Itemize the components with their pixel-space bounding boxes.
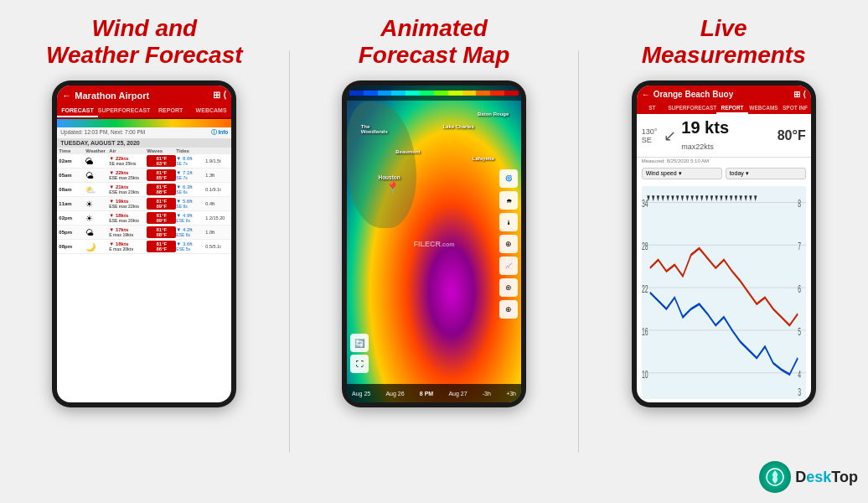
map-layers-btn[interactable]: ⊛ [499, 278, 518, 297]
row-weather-icon: ☀ [85, 200, 109, 209]
wind-speed-selector[interactable]: Wind speed ▾ [642, 168, 722, 179]
svg-text:28: 28 [642, 240, 648, 252]
col3-title: LiveMeasurements [642, 15, 806, 69]
phone1-back-icon[interactable]: ← [62, 91, 71, 101]
map-date-3: Aug 27 [448, 391, 467, 397]
chart-area: ▼▼▼▼▼▼▼▼▼▼▼▼▼▼▼▼▼▼▼▼▼▼▼ 34 28 22 16 10 8 [637, 183, 811, 402]
phone-1: ← Marathon Airport ⊞ ⟨ FORECAST SUPERFOR… [52, 80, 236, 407]
svg-text:8: 8 [798, 197, 801, 210]
row-temp: 81°F88°F [147, 226, 176, 238]
row-waves: ▼ 4.9ftESE 6s [176, 213, 205, 223]
phone-2-screen: TheWoodlands Beaumont Lake Charles Baton… [347, 86, 521, 402]
phone-3: ← Orange Beach Buoy ⊞ ⟨ ST SUPERFORECAST… [632, 80, 816, 407]
table-row: 02pm ☀ ▼ 18ktsESE max 20kts 81°F89°F ▼ 4… [57, 211, 231, 226]
date-selector[interactable]: today ▾ [726, 168, 806, 179]
row-wind: ▼ 22ktsSE max 25kts [109, 156, 147, 166]
map-location-btn[interactable]: ⊕ [499, 235, 518, 253]
row-tides: 1.2/15.20 [205, 215, 229, 220]
row-wind: ▼ 18ktsESE max 20kts [109, 213, 147, 223]
wind-chart-svg: ▼▼▼▼▼▼▼▼▼▼▼▼▼▼▼▼▼▼▼▼▼▼▼ 34 28 22 16 10 8 [642, 186, 806, 399]
tab-superforecast[interactable]: SUPERFORECAST [98, 105, 151, 117]
map-time-label: 8 PM [420, 391, 433, 397]
tab3-spotinf[interactable]: SPOT INF [779, 103, 810, 114]
update-text: Updated: 12:03 PM, Next: 7:00 PM [60, 129, 145, 137]
col1-title: Wind andWeather Forecast [46, 15, 242, 69]
wind-direction-arrow: ↙ [664, 127, 676, 145]
date-header: TUESDAY, AUGUST 25, 2020 [57, 138, 231, 148]
map-time-plus[interactable]: +3h [506, 391, 516, 397]
row-tides: 0.5/5.1t [205, 244, 229, 249]
tab3-webcams[interactable]: WEBCAMS [748, 103, 779, 114]
land-area [347, 101, 416, 228]
svg-text:7: 7 [798, 240, 801, 252]
refresh-icon[interactable]: 🔄 [350, 334, 369, 352]
desktop-logo-icon [759, 461, 791, 493]
tab3-report[interactable]: REPORT [716, 103, 747, 114]
row-time: 05pm [59, 230, 85, 235]
map-wind-btn[interactable]: 🌀 [499, 169, 518, 188]
table-row: 11am ☀ ▼ 19ktsESE max 22kts 81°F89°F ▼ 5… [57, 197, 231, 211]
row-tides: 1.3ft [205, 173, 229, 178]
map-side-controls: 🌀 🌧 🌡 ⊕ 📈 ⊛ ⊕ [499, 169, 518, 319]
phone1-header: ← Marathon Airport ⊞ ⟨ [57, 86, 231, 105]
row-weather-icon: 🌤 [85, 228, 109, 237]
row-temp: 81°F83°F [147, 155, 176, 167]
row-wind: ▼ 21ktsESE max 23kts [109, 184, 147, 194]
row-time: 11am [59, 201, 85, 206]
col-time: Time [59, 148, 85, 153]
svg-text:5: 5 [798, 325, 801, 338]
hurricane-map: TheWoodlands Beaumont Lake Charles Baton… [347, 86, 521, 402]
tab3-st[interactable]: ST [637, 103, 668, 114]
city-label: Lafayette [473, 156, 494, 161]
wind-speed-sub: max22kts [681, 143, 714, 151]
phone3-back-icon[interactable]: ← [642, 90, 650, 99]
desktop-logo: DeskTop [759, 461, 858, 493]
map-rain-btn[interactable]: 🌧 [499, 191, 518, 210]
logo-svg [766, 468, 784, 486]
row-wind: ▼ 19ktsESE max 22kts [109, 199, 147, 209]
column-2: AnimatedForecast Map [290, 0, 579, 503]
col-tides: Tides [176, 148, 205, 153]
row-temp: 81°F85°F [147, 169, 176, 181]
desktop-logo-text: DeskTop [795, 469, 858, 486]
svg-text:16: 16 [642, 325, 648, 338]
svg-text:▼▼▼▼▼▼▼▼▼▼▼▼▼▼▼▼▼▼▼▼▼▼▼: ▼▼▼▼▼▼▼▼▼▼▼▼▼▼▼▼▼▼▼▼▼▼▼ [646, 193, 758, 204]
tab3-superforecast[interactable]: SUPERFORECAST [668, 103, 716, 114]
wind-speed-value: 19 kts [681, 118, 729, 137]
info-badge[interactable]: ⓘ Info [211, 129, 229, 137]
row-weather-icon: ⛅ [85, 185, 109, 194]
row-temp: 81°F89°F [147, 198, 176, 210]
row-waves: ▼ 4.2ftESE 6s [176, 227, 205, 237]
table-row: 05am 🌤 ▼ 22ktsESE max 25kts 81°F85°F ▼ 7… [57, 169, 231, 183]
col2-title: AnimatedForecast Map [359, 15, 510, 69]
tab-webcams[interactable]: WEBCAMS [191, 105, 231, 117]
row-time: 02am [59, 158, 85, 163]
map-date-1: Aug 25 [352, 391, 370, 397]
main-container: Wind andWeather Forecast ← Marathon Airp… [0, 0, 868, 503]
map-chart-btn[interactable]: 📈 [499, 257, 518, 275]
wind-color-bar [57, 119, 231, 127]
row-weather-icon: 🌥 [85, 157, 109, 166]
tab-forecast[interactable]: FORECAST [57, 105, 97, 117]
map-temp-btn[interactable]: 🌡 [499, 213, 518, 231]
map-target-btn[interactable]: ⊕ [499, 300, 518, 319]
svg-text:34: 34 [642, 197, 648, 210]
tab-report[interactable]: REPORT [150, 105, 190, 117]
row-waves: ▼ 8.0ftSE 7s [176, 156, 205, 166]
row-waves: ▼ 7.1ftSE 7s [176, 170, 205, 180]
map-time-minus[interactable]: -3h [483, 391, 491, 397]
fullscreen-icon[interactable]: ⛶ [350, 355, 369, 373]
phone3-header: ← Orange Beach Buoy ⊞ ⟨ [637, 86, 811, 103]
row-temp: 81°F89°F [147, 212, 176, 224]
chart-selectors: Wind speed ▾ today ▾ [637, 164, 811, 183]
table-row: 02am 🌥 ▼ 22ktsSE max 25kts 81°F83°F ▼ 8.… [57, 154, 231, 169]
col-weather: Weather [85, 148, 109, 153]
row-time: 08pm [59, 244, 85, 249]
logo-d: D [795, 469, 806, 485]
phone3-header-icons: ⊞ ⟨ [793, 90, 806, 99]
map-bottom-bar: Aug 25 Aug 26 8 PM Aug 27 -3h +3h [347, 384, 521, 402]
phone1-title: Marathon Airport [75, 91, 209, 101]
location-pin-icon: 📍 [385, 181, 400, 194]
phone3-title: Orange Beach Buoy [654, 90, 790, 99]
row-temp: 81°F86°F [147, 241, 176, 252]
